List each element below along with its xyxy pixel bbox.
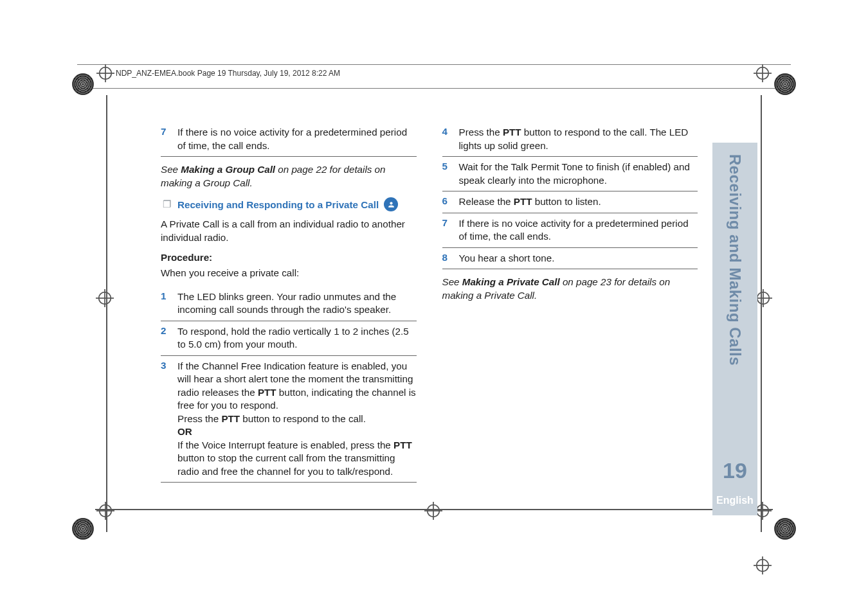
- see-also-pre: See: [161, 164, 181, 175]
- printer-mark-icon: [774, 518, 796, 540]
- page: NDP_ANZ-EMEA.book Page 19 Thursday, July…: [0, 0, 868, 613]
- see-also: See Making a Group Call on page 22 for d…: [161, 163, 417, 190]
- running-head: NDP_ANZ-EMEA.book Page 19 Thursday, July…: [116, 69, 340, 78]
- step-text: You hear a short tone.: [459, 252, 698, 265]
- registration-mark-icon: [96, 502, 114, 520]
- subsection-heading: ❐ Receiving and Responding to a Private …: [161, 197, 417, 211]
- procedure-label: Procedure:: [161, 252, 417, 263]
- printer-mark-icon: [774, 73, 796, 95]
- see-also: See Making a Private Call on page 23 for…: [442, 276, 698, 302]
- list-item: 3 If the Channel Free Indication feature…: [161, 355, 417, 483]
- registration-mark-icon: [754, 64, 772, 82]
- subsection-title: Receiving and Responding to a Private Ca…: [177, 199, 379, 210]
- registration-mark-icon: [424, 502, 442, 520]
- section-tab-title: Receiving and Making Calls: [726, 154, 744, 366]
- content-columns: 7 If there is no voice activity for a pr…: [161, 122, 698, 483]
- step-number: 2: [161, 325, 170, 351]
- step-number: 1: [161, 290, 170, 317]
- list-item: 7 If there is no voice activity for a pr…: [442, 213, 698, 247]
- intro-text: A Private Call is a call from an individ…: [161, 218, 417, 244]
- see-also-link: Making a Private Call: [462, 276, 560, 287]
- step-text: Press the PTT button to respond to the c…: [459, 126, 698, 152]
- registration-mark-icon: [96, 64, 114, 82]
- list-item: 7 If there is no voice activity for a pr…: [161, 122, 417, 157]
- book-icon: ❐: [161, 199, 172, 210]
- step-number: 4: [442, 126, 451, 152]
- step-text: If the Channel Free Indication feature i…: [177, 360, 417, 479]
- private-call-icon: [384, 197, 398, 211]
- step-number: 7: [161, 126, 170, 152]
- list-item: 2 To respond, hold the radio vertically …: [161, 321, 417, 355]
- list-item: 4 Press the PTT button to respond to the…: [442, 122, 698, 156]
- language-label: English: [712, 495, 757, 506]
- crop-bar-left: [106, 95, 107, 532]
- step-number: 8: [442, 252, 451, 265]
- left-column: 7 If there is no voice activity for a pr…: [161, 122, 417, 483]
- step-text: To respond, hold the radio vertically 1 …: [177, 325, 417, 351]
- registration-mark-icon: [96, 289, 114, 307]
- step-number: 5: [442, 161, 451, 187]
- right-column: 4 Press the PTT button to respond to the…: [442, 122, 698, 483]
- step-text: The LED blinks green. Your radio unmutes…: [177, 290, 417, 317]
- step-text: If there is no voice activity for a pred…: [459, 217, 698, 244]
- see-also-link: Making a Group Call: [181, 164, 275, 175]
- printer-mark-icon: [72, 518, 94, 540]
- printer-mark-icon: [72, 73, 94, 95]
- see-also-pre: See: [442, 276, 462, 287]
- registration-mark-icon: [754, 556, 772, 574]
- list-item: 6 Release the PTT button to listen.: [442, 191, 698, 213]
- crop-bar-right: [761, 95, 762, 532]
- step-text: If there is no voice activity for a pred…: [177, 126, 417, 152]
- list-item: 8 You hear a short tone.: [442, 247, 698, 270]
- list-item: 1 The LED blinks green. Your radio unmut…: [161, 287, 417, 321]
- step-number: 7: [442, 217, 451, 244]
- section-tab: Receiving and Making Calls 19 English: [712, 143, 757, 515]
- step-number: 6: [442, 195, 451, 209]
- list-item: 5 Wait for the Talk Permit Tone to finis…: [442, 156, 698, 191]
- step-number: 3: [161, 360, 170, 479]
- step-text: Release the PTT button to listen.: [459, 195, 698, 209]
- procedure-intro: When you receive a private call:: [161, 267, 417, 280]
- step-text: Wait for the Talk Permit Tone to finish …: [459, 161, 698, 187]
- page-number: 19: [712, 458, 757, 483]
